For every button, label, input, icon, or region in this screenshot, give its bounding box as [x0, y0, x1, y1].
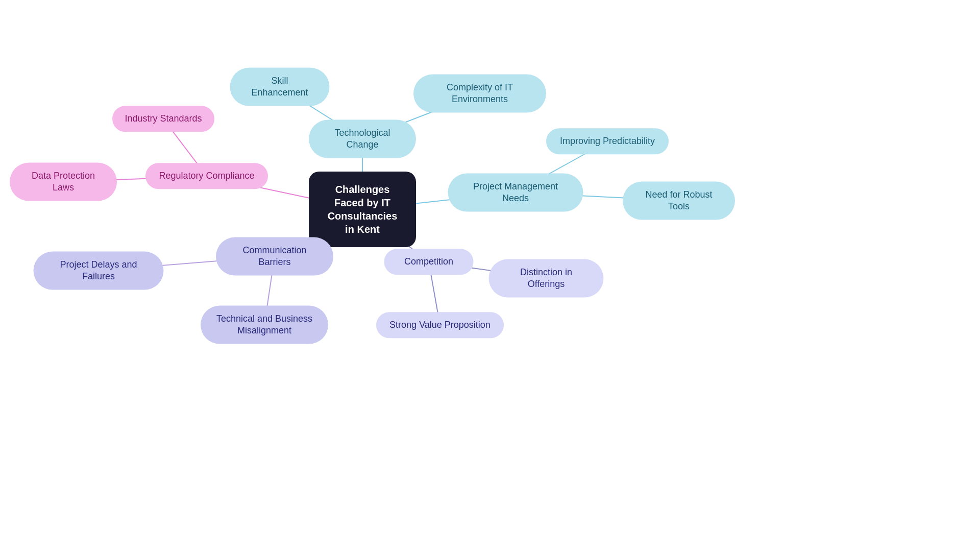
node-tech-change: Technological Change [309, 120, 416, 158]
node-distinction: Distinction in Offerings [489, 259, 604, 298]
center-node: Challenges Faced by IT Consultancies in … [309, 172, 416, 247]
node-complexity-it: Complexity of IT Environments [413, 75, 546, 113]
node-robust-tools: Need for Robust Tools [623, 182, 735, 220]
node-data-protection: Data Protection Laws [10, 163, 117, 201]
node-skill-enhance: Skill Enhancement [230, 68, 330, 106]
node-comm-barriers: Communication Barriers [216, 237, 333, 276]
node-strong-value: Strong Value Proposition [376, 312, 504, 338]
node-competition: Competition [384, 249, 474, 275]
node-reg-compliance: Regulatory Compliance [145, 163, 268, 189]
node-tech-biz: Technical and Business Misalignment [201, 306, 328, 344]
node-proj-mgmt: Project Management Needs [448, 174, 583, 212]
node-improving-pred: Improving Predictability [546, 128, 669, 154]
node-industry-std: Industry Standards [112, 106, 214, 132]
node-proj-delays: Project Delays and Failures [34, 252, 164, 290]
